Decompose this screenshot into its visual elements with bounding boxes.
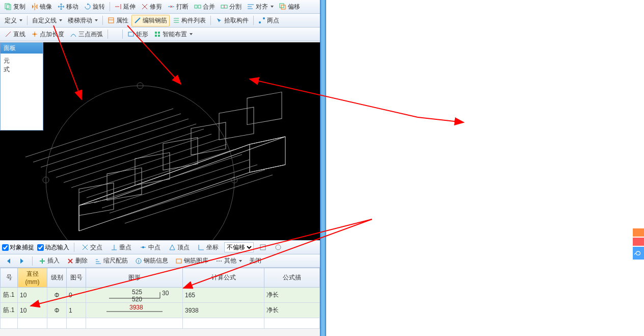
- mirror-button[interactable]: 镜像: [29, 1, 55, 13]
- add-point-button[interactable]: 点加长度: [29, 29, 67, 40]
- custom-line-label: 自定义线: [32, 16, 57, 25]
- cell-desc[interactable]: 净长: [264, 288, 320, 303]
- rebar-shape-icon: 52552030: [99, 289, 170, 299]
- three-arc-label: 三点画弧: [78, 30, 103, 39]
- edit-rebar-button[interactable]: 编辑钢筋: [131, 15, 170, 27]
- panel-line1: 元: [4, 57, 40, 65]
- break-button[interactable]: 打断: [165, 1, 191, 13]
- cell-formula[interactable]: 165: [183, 288, 264, 303]
- component-list-button[interactable]: 构件列表: [170, 15, 208, 27]
- two-point-button[interactable]: 两点: [256, 15, 282, 27]
- trim-button[interactable]: 修剪: [139, 1, 165, 13]
- table-row-empty[interactable]: [1, 318, 320, 329]
- col-formula[interactable]: 计算公式: [183, 268, 264, 288]
- viewport-3d[interactable]: [0, 42, 320, 240]
- cell-desc[interactable]: 净长: [264, 303, 320, 318]
- cell-shape[interactable]: 3938: [86, 303, 183, 318]
- offset-button[interactable]: 偏移: [277, 1, 303, 13]
- first-button[interactable]: [2, 256, 14, 266]
- cell-name: 筋.1: [1, 288, 18, 303]
- col-dia[interactable]: 直径(mm): [18, 268, 47, 288]
- pick-component-label: 拾取构件: [224, 16, 249, 25]
- svg-rect-46: [176, 259, 181, 263]
- scale-rebar-button[interactable]: 缩尺配筋: [92, 255, 130, 267]
- cell-fig[interactable]: 1: [67, 303, 86, 318]
- col-no[interactable]: 号: [1, 268, 18, 288]
- insert-button[interactable]: 插入: [36, 255, 62, 267]
- perp-button[interactable]: 垂点: [108, 242, 134, 253]
- table-row[interactable]: 筋.1 10 Φ 0 52552030 165 净长: [1, 288, 320, 303]
- split-button[interactable]: 分割: [218, 1, 244, 13]
- dyn-checkbox[interactable]: 动态输入: [37, 243, 69, 252]
- merge-button[interactable]: 合并: [192, 1, 218, 13]
- delete-label: 删除: [75, 256, 88, 265]
- cell-grade[interactable]: Φ: [47, 288, 67, 303]
- custom-line-button[interactable]: 自定义线: [30, 15, 65, 27]
- pick-component-button[interactable]: 拾取构件: [213, 15, 251, 27]
- svg-line-29: [117, 170, 265, 218]
- cross-button[interactable]: 交点: [79, 242, 105, 253]
- mid-button[interactable]: 中点: [137, 242, 163, 253]
- line-button[interactable]: 直线: [2, 29, 28, 40]
- last-button[interactable]: [16, 256, 29, 266]
- offset-select[interactable]: 不偏移: [224, 242, 254, 252]
- delete-button[interactable]: 删除: [64, 255, 90, 267]
- three-arc-button[interactable]: 三点画弧: [67, 29, 105, 40]
- panel-float[interactable]: 面板 元 式: [0, 42, 43, 131]
- svg-line-28: [110, 165, 257, 213]
- scale-rebar-label: 缩尺配筋: [103, 256, 128, 265]
- cell-dia[interactable]: 10: [18, 303, 47, 318]
- smart-layout-button[interactable]: 智能布置: [151, 29, 195, 40]
- col-shape[interactable]: 图形: [86, 268, 183, 288]
- rebar-info-button[interactable]: 钢筋信息: [132, 255, 171, 267]
- col-fig[interactable]: 图号: [67, 268, 86, 288]
- vertex-button[interactable]: 顶点: [166, 242, 192, 253]
- close-label: 关闭: [249, 256, 261, 265]
- col-desc[interactable]: 公式描: [264, 268, 320, 288]
- col-grade[interactable]: 级别: [47, 268, 67, 288]
- stair-slide-button[interactable]: 楼梯滑动: [65, 15, 100, 27]
- coord-button[interactable]: 坐标: [195, 242, 221, 253]
- toolbar-define: 定义 自定义线 楼梯滑动 属性 编辑钢筋 构件列表 拾取构件 两点: [0, 14, 320, 28]
- cell-name: 筋.1: [1, 303, 18, 318]
- cell-grade[interactable]: Φ: [47, 303, 67, 318]
- svg-rect-36: [107, 168, 142, 200]
- extend-label: 延伸: [123, 3, 136, 11]
- component-list-label: 构件列表: [181, 16, 206, 25]
- extra1-button[interactable]: [257, 242, 269, 252]
- close-button[interactable]: 关闭: [247, 255, 264, 267]
- cell-formula[interactable]: 3938: [183, 303, 264, 318]
- extend-button[interactable]: 延伸: [112, 1, 138, 13]
- perp-label: 垂点: [119, 243, 131, 252]
- copy-button[interactable]: 复制: [2, 1, 28, 13]
- table-row[interactable]: 筋.1 10 Φ 1 3938 3938 净长: [1, 303, 320, 318]
- toolbar-edit: 复制 镜像 移动 旋转 延伸 修剪 打断 合并 分割 对齐 偏移: [0, 0, 320, 14]
- props-button[interactable]: 属性: [105, 15, 131, 27]
- svg-rect-2: [195, 5, 197, 8]
- rotate-button[interactable]: 旋转: [82, 1, 108, 13]
- svg-point-48: [219, 261, 220, 262]
- extra2-button[interactable]: [272, 242, 284, 252]
- svg-rect-12: [155, 32, 157, 34]
- other-button[interactable]: 其他: [213, 255, 245, 267]
- move-button[interactable]: 移动: [55, 1, 81, 13]
- side-tab-feedback[interactable]: 意反: [633, 228, 644, 237]
- rect-button[interactable]: 矩形: [125, 29, 151, 40]
- align-button[interactable]: 对齐: [245, 1, 276, 13]
- side-tab-qq[interactable]: Q资: [633, 247, 644, 260]
- rebar-lib-button[interactable]: 钢筋图库: [173, 255, 211, 267]
- cell-shape[interactable]: 52552030: [86, 288, 183, 303]
- cell-dia[interactable]: 10: [18, 288, 47, 303]
- coord-label: 坐标: [206, 243, 219, 252]
- snap-checkbox[interactable]: 对象捕捉: [2, 243, 34, 252]
- side-tab-about[interactable]: 关我: [633, 238, 644, 246]
- svg-text:525: 525: [132, 289, 142, 296]
- line-label: 直线: [13, 30, 25, 39]
- cross-label: 交点: [90, 243, 102, 252]
- svg-point-10: [34, 33, 36, 35]
- svg-line-20: [48, 124, 196, 172]
- dyn-label: 动态输入: [45, 244, 69, 251]
- cell-fig[interactable]: 0: [67, 288, 86, 303]
- separator: [108, 30, 108, 39]
- define-button[interactable]: 定义: [2, 15, 25, 27]
